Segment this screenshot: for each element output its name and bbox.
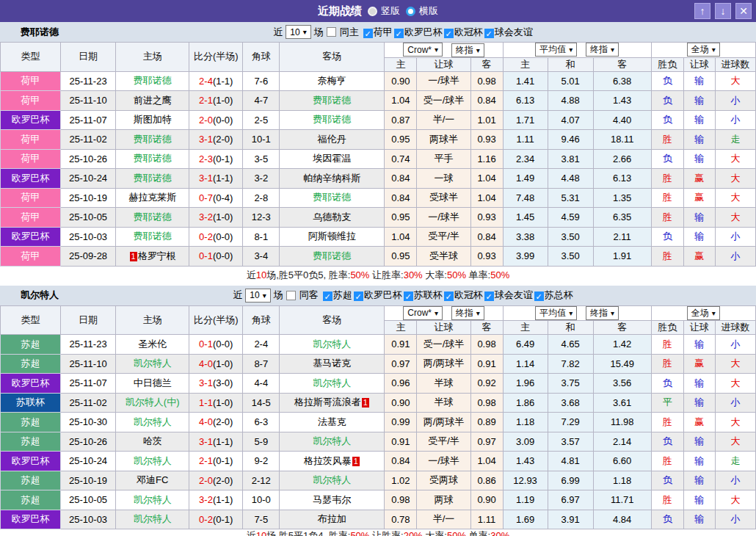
league-checkbox[interactable]: ✓ [354, 291, 363, 301]
home-team-name[interactable]: 圣米伦 [138, 338, 167, 350]
league-checkbox[interactable]: ✓ [484, 291, 494, 301]
avg-draw-odds: 5.31 [548, 188, 593, 208]
fulltime-score[interactable]: 3-1 [199, 134, 213, 145]
home-team-name[interactable]: 哈茨 [143, 435, 162, 446]
home-team-name[interactable]: 费耶诺德 [134, 211, 172, 222]
scope-select[interactable]: 全场▾ [687, 306, 720, 320]
fulltime-score[interactable]: 2-1 [199, 455, 213, 466]
home-team-name[interactable]: 凯尔特人 [134, 455, 172, 466]
away-team-name[interactable]: 费耶诺德 [313, 95, 351, 106]
league-cell: 苏超 [1, 490, 61, 510]
handicap-line: 一球 [417, 169, 470, 189]
away-team-name[interactable]: 奈梅亨 [318, 75, 346, 86]
home-team-name[interactable]: 费耶诺德 [134, 75, 172, 86]
league-checkbox[interactable]: ✓ [363, 29, 373, 38]
away-team-name[interactable]: 凯尔特人 [313, 435, 351, 446]
move-down-button[interactable]: ↓ [715, 3, 731, 19]
fulltime-score[interactable]: 1-1 [199, 397, 213, 408]
odds-source-select[interactable]: Crow*▾ [403, 43, 443, 57]
home-team-name[interactable]: 前进之鹰 [134, 95, 172, 106]
match-count-select[interactable]: 10▾ [245, 289, 270, 303]
league-checkbox[interactable]: ✓ [484, 29, 494, 38]
league-cell: 荷甲 [1, 188, 61, 208]
match-result: 负 [651, 510, 683, 529]
fulltime-score[interactable]: 2-4 [199, 76, 213, 87]
fulltime-score[interactable]: 0-2 [199, 231, 213, 242]
goals-result: 大 [715, 490, 755, 510]
avg-time-select[interactable]: 终指▾ [586, 43, 619, 57]
avg-home-odds: 3.99 [503, 247, 548, 267]
horizontal-layout-radio[interactable] [406, 7, 415, 16]
away-team-name[interactable]: 帕纳辛纳科斯 [303, 173, 360, 184]
away-team-name[interactable]: 凯尔特人 [313, 338, 351, 350]
avg-time-select[interactable]: 终指▾ [586, 306, 619, 320]
away-team-name[interactable]: 凯尔特人 [313, 377, 351, 388]
away-team-name[interactable]: 基马诺克 [313, 358, 351, 369]
away-team-name[interactable]: 埃因霍温 [313, 153, 351, 164]
league-cell: 苏超 [1, 471, 61, 490]
odds-source-select[interactable]: Crow*▾ [403, 306, 443, 320]
league-checkbox[interactable]: ✓ [534, 291, 544, 301]
fulltime-score[interactable]: 2-1 [199, 95, 213, 106]
home-team-name[interactable]: 费耶诺德 [134, 134, 172, 145]
league-checkbox[interactable]: ✓ [404, 291, 413, 301]
vertical-layout-radio[interactable] [368, 7, 377, 16]
same-away-checkbox[interactable] [286, 291, 296, 300]
avg-source-select[interactable]: 平均值▾ [535, 306, 577, 320]
home-team-name[interactable]: 凯尔特人 [134, 513, 172, 524]
fulltime-score[interactable]: 0-2 [199, 514, 213, 525]
close-button[interactable]: ✕ [735, 3, 752, 19]
move-up-button[interactable]: ↑ [694, 3, 710, 19]
league-checkbox[interactable]: ✓ [394, 29, 404, 38]
fulltime-score[interactable]: 3-1 [199, 377, 213, 388]
home-team-name[interactable]: 费耶诺德 [134, 173, 172, 184]
fulltime-score[interactable]: 3-2 [199, 211, 213, 222]
home-team-name[interactable]: 凯尔特人(中) [126, 396, 180, 408]
home-team-name[interactable]: 格罗宁根 [138, 250, 176, 261]
home-team-name[interactable]: 费耶诺德 [134, 153, 172, 164]
home-team-name[interactable]: 邓迪FC [137, 474, 168, 485]
away-team-name[interactable]: 马瑟韦尔 [313, 494, 351, 505]
away-team-name[interactable]: 布拉加 [318, 513, 346, 524]
fulltime-score[interactable]: 4-0 [199, 416, 213, 427]
home-team-name[interactable]: 凯尔特人 [134, 494, 172, 505]
away-team-name[interactable]: 法基克 [318, 416, 346, 427]
away-team-name[interactable]: 乌德勒支 [313, 211, 351, 222]
away-team-name[interactable]: 格拉茨风暴 [304, 455, 352, 466]
fulltime-score[interactable]: 0-1 [199, 250, 213, 261]
match-count-select[interactable]: 10▾ [286, 25, 310, 39]
chevron-down-icon: ▾ [435, 309, 438, 317]
home-team-name[interactable]: 赫拉克莱斯 [128, 192, 176, 203]
home-team-name[interactable]: 费耶诺德 [134, 231, 172, 242]
home-team-name[interactable]: 斯图加特 [134, 114, 172, 125]
home-team-cell: 凯尔特人 [116, 413, 189, 432]
fulltime-score[interactable]: 0-7 [199, 192, 213, 203]
odds-time-select[interactable]: 终指▾ [451, 43, 484, 57]
scope-select[interactable]: 全场▾ [687, 43, 720, 57]
home-team-name[interactable]: 中日德兰 [134, 377, 172, 388]
fulltime-score[interactable]: 2-0 [199, 115, 213, 126]
away-team-name[interactable]: 费耶诺德 [313, 250, 351, 261]
fulltime-score[interactable]: 2-3 [199, 153, 213, 164]
odds-time-select[interactable]: 终指▾ [451, 306, 484, 320]
away-team-name[interactable]: 费耶诺德 [313, 114, 351, 125]
away-team-name[interactable]: 阿斯顿维拉 [308, 231, 356, 242]
same-home-checkbox[interactable] [327, 27, 336, 37]
fulltime-score[interactable]: 4-0 [199, 358, 213, 369]
fulltime-score[interactable]: 3-2 [199, 494, 213, 505]
away-team-name[interactable]: 费耶诺德 [313, 192, 351, 203]
league-checkbox[interactable]: ✓ [323, 291, 332, 301]
handicap-result: 赢 [683, 169, 715, 189]
fulltime-score[interactable]: 3-1 [199, 436, 213, 447]
fulltime-score[interactable]: 2-0 [199, 475, 213, 486]
avg-source-select[interactable]: 平均值▾ [535, 43, 577, 57]
away-team-name[interactable]: 福伦丹 [318, 134, 346, 145]
home-team-name[interactable]: 凯尔特人 [134, 416, 172, 427]
league-checkbox[interactable]: ✓ [444, 291, 454, 301]
fulltime-score[interactable]: 0-1 [199, 338, 213, 350]
fulltime-score[interactable]: 3-1 [199, 173, 213, 184]
league-checkbox[interactable]: ✓ [444, 29, 454, 38]
away-team-name[interactable]: 格拉斯哥流浪者 [294, 396, 361, 408]
away-team-name[interactable]: 凯尔特人 [313, 474, 351, 485]
home-team-name[interactable]: 凯尔特人 [134, 358, 172, 369]
